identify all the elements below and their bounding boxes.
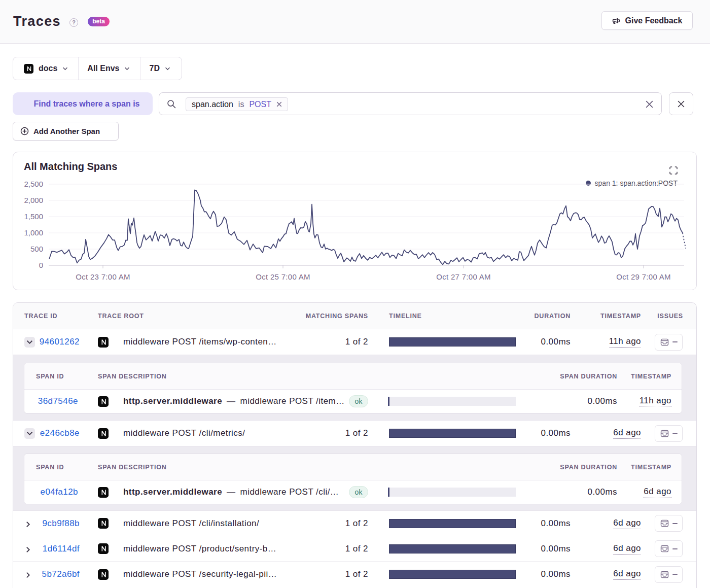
svg-text:500: 500	[30, 245, 43, 253]
svg-text:2,500: 2,500	[24, 180, 43, 188]
svg-text:1,000: 1,000	[24, 228, 43, 237]
svg-text:Oct 29 7:00 AM: Oct 29 7:00 AM	[616, 272, 671, 281]
svg-text:1,500: 1,500	[24, 212, 43, 221]
svg-text:Oct 25 7:00 AM: Oct 25 7:00 AM	[256, 272, 310, 281]
svg-text:2,000: 2,000	[24, 196, 43, 204]
svg-text:Oct 27 7:00 AM: Oct 27 7:00 AM	[436, 272, 491, 281]
svg-text:Oct 23 7:00 AM: Oct 23 7:00 AM	[76, 272, 130, 281]
svg-text:0: 0	[39, 261, 43, 269]
